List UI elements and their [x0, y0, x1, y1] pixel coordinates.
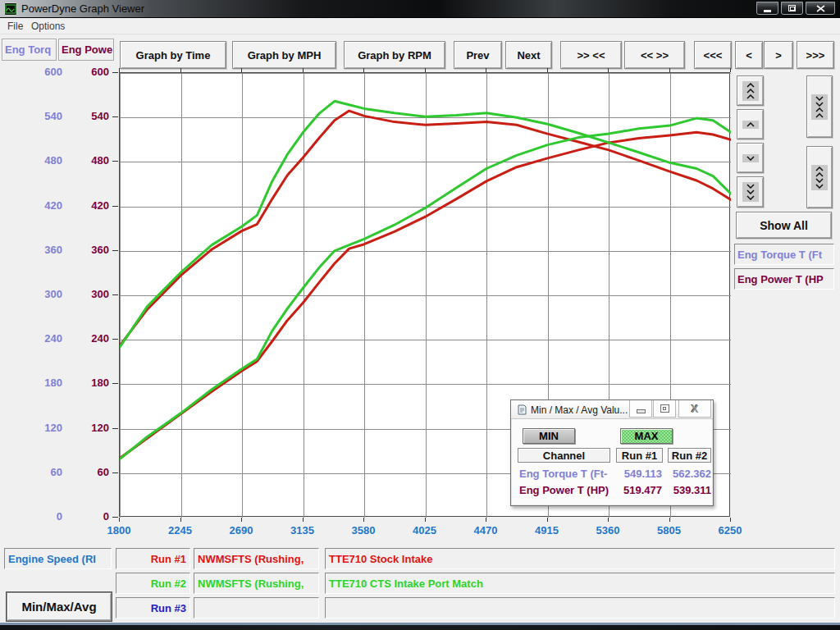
triple-chevron-up-icon [742, 81, 759, 101]
x-tickmark-bottom [730, 518, 731, 522]
x-axis-tick-3580: 3580 [335, 524, 392, 536]
minimize-icon [764, 10, 771, 12]
minmax-avg-button[interactable]: Min/Max/Avg [7, 592, 112, 621]
x-tickmark-bottom [241, 518, 242, 522]
x-axis-tick-4915: 4915 [518, 524, 576, 536]
minmax-window-title: Min / Max / Avg Valu... [531, 404, 628, 416]
menu-bar: File Options [0, 18, 840, 34]
close-button[interactable] [806, 2, 835, 15]
next-button[interactable]: Next [505, 41, 552, 69]
graph-by-rpm-button[interactable]: Graph by RPM [344, 41, 445, 69]
jump-right-button[interactable]: >>> [797, 41, 834, 69]
menu-file[interactable]: File [7, 21, 23, 32]
expand-y-button[interactable] [806, 146, 833, 208]
column-header-run2[interactable]: Run #2 [668, 448, 711, 463]
x-axis-tick-2690: 2690 [212, 524, 270, 536]
tab-eng-torque[interactable]: Eng Torq [2, 39, 57, 61]
close-icon [816, 5, 825, 12]
run3-file-box [194, 597, 319, 619]
min-toggle-button[interactable]: MIN [523, 428, 575, 444]
maximize-button[interactable] [781, 2, 803, 15]
step-right-button[interactable]: > [764, 41, 793, 69]
jump-left-button[interactable]: <<< [694, 41, 732, 69]
minmax-maximize-icon [660, 404, 669, 413]
tab-eng-power-label: Eng Powe [62, 43, 112, 56]
x-tickmark-top [669, 68, 670, 72]
triple-chevron-down-icon [742, 182, 759, 202]
x-axis-tick-4470: 4470 [457, 524, 514, 536]
graph-by-time-button[interactable]: Graph by Time [120, 41, 226, 69]
power-axis-tick-360: 360 [52, 244, 109, 256]
run2-label-box: Run #2 [116, 573, 190, 594]
x-tickmark-top [241, 68, 242, 72]
prev-button[interactable]: Prev [454, 41, 502, 69]
x-tickmark-bottom [669, 518, 670, 522]
x-tickmark-top [363, 68, 364, 72]
minmax-minimize-button[interactable] [629, 400, 652, 418]
x-tickmark-top [486, 68, 486, 72]
run1-label-box: Run #1 [116, 548, 190, 569]
x-tickmark-bottom [363, 518, 364, 522]
zoom-in-x-button[interactable]: >> << [560, 41, 622, 69]
run1-file-box: NWMSFTS (Rushing, [194, 548, 319, 569]
compress-y-button[interactable] [806, 75, 833, 138]
minimize-button[interactable] [756, 2, 778, 15]
scroll-down-button[interactable] [737, 143, 764, 173]
run2-file: NWMSFTS (Rushing, [198, 578, 304, 590]
run1-description-box: TTE710 Stock Intake [325, 548, 835, 569]
minmax-values-window: Min / Max / Avg Valu... X MIN MAX Channe… [510, 399, 714, 506]
show-all-button[interactable]: Show All [736, 212, 832, 239]
window-title: PowerDyne Graph Viewer [21, 2, 144, 15]
menu-options[interactable]: Options [31, 21, 65, 32]
run2-file-box: NWMSFTS (Rushing, [194, 573, 319, 594]
title-bar[interactable]: PowerDyne Graph Viewer [0, 0, 840, 18]
column-header-channel[interactable]: Channel [518, 448, 610, 463]
x-tickmark-top [119, 68, 120, 72]
x-channel-box: Engine Speed (RI [4, 548, 112, 569]
x-axis-tick-5360: 5360 [579, 524, 637, 536]
table-row-torque-channel: Eng Torque T (Ft- [519, 468, 614, 480]
x-tickmark-top [425, 68, 426, 72]
window-icon [517, 404, 527, 415]
x-tickmark-bottom [303, 518, 304, 522]
power-axis-tick-60: 60 [52, 466, 109, 478]
x-axis-tick-4025: 4025 [396, 524, 454, 536]
y-tickmark [112, 250, 118, 251]
power-axis-tick-0: 0 [52, 510, 109, 523]
graph-by-mph-button[interactable]: Graph by MPH [232, 41, 336, 69]
scroll-down-fast-button[interactable] [737, 176, 764, 208]
minmax-maximize-button[interactable] [653, 400, 676, 418]
column-header-run1[interactable]: Run #1 [616, 448, 663, 463]
step-left-button[interactable]: < [735, 41, 763, 69]
chevron-up-icon [742, 121, 759, 129]
minmax-close-button[interactable]: X [678, 400, 711, 418]
x-tickmark-bottom [180, 518, 181, 522]
x-tickmark-bottom [547, 518, 548, 522]
power-axis-tick-120: 120 [52, 422, 109, 434]
minmax-minimize-icon [637, 409, 646, 413]
y-tickmark [112, 472, 118, 473]
run2-description: TTE710 CTS Intake Port Match [329, 578, 483, 590]
table-row-power-channel: Eng Power T (HP) [519, 484, 614, 496]
torque-channel-box[interactable]: Eng Torque T (Ft [734, 244, 834, 265]
app-icon [4, 2, 17, 16]
x-tickmark-bottom [119, 518, 120, 522]
power-axis-tick-600: 600 [52, 66, 109, 78]
torque-run1-max-value: 549.113 [614, 468, 662, 480]
minmax-window-titlebar[interactable]: Min / Max / Avg Valu... X [511, 400, 713, 419]
power-channel-box[interactable]: Eng Power T (HP [734, 268, 834, 290]
run1-label: Run #1 [151, 553, 186, 565]
run3-description-box [325, 597, 835, 619]
power-run2-max-value: 539.311 [665, 484, 711, 496]
x-tickmark-top [608, 68, 609, 72]
x-tickmark-top [303, 68, 304, 72]
scroll-up-fast-button[interactable] [737, 75, 764, 106]
scroll-up-button[interactable] [737, 109, 764, 139]
power-axis-tick-300: 300 [52, 288, 109, 300]
y-tickmark [112, 294, 118, 295]
tab-eng-power[interactable]: Eng Powe [58, 39, 114, 61]
zoom-out-x-button[interactable]: << >> [624, 41, 685, 69]
x-axis-tick-5805: 5805 [641, 524, 698, 536]
max-toggle-button[interactable]: MAX [620, 428, 673, 444]
power-axis-tick-540: 540 [52, 110, 109, 122]
